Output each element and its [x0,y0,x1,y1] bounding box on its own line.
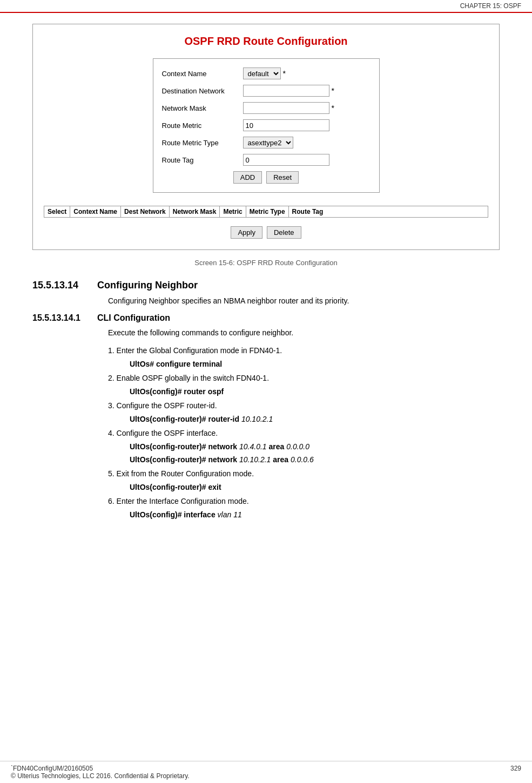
footer-left: `FDN40ConfigUM/20160505 © Ulterius Techn… [11,765,190,780]
col-metric: Metric [220,206,246,217]
col-context-name: Context Name [70,206,121,217]
label-route-tag: Route Tag [162,156,243,164]
col-dest-network: Dest Network [121,206,170,217]
label-context-name: Context Name [162,70,243,78]
chapter-title: CHAPTER 15: OSPF [460,2,521,10]
form-action-buttons: ADD Reset [162,171,371,184]
section-number: 15.5.13.14 [32,280,97,291]
step-4-text: 4. Configure the OSPF interface. [108,428,500,439]
subsection-title: CLI Configuration [97,313,170,323]
footer-doc-id: `FDN40ConfigUM/20160505 [11,765,190,772]
add-button[interactable]: ADD [233,171,262,184]
col-network-mask: Network Mask [170,206,220,217]
context-name-select[interactable]: default [243,68,281,79]
section-title: Configuring Neighbor [97,280,198,291]
delete-button[interactable]: Delete [267,226,301,239]
step-4-command-a: UltOs(config-router)# network 10.4.0.1 a… [130,442,500,451]
subsection-number: 15.5.13.14.1 [32,313,97,323]
step-1-text: 1. Enter the Global Configuration mode i… [108,345,500,356]
required-dest: * [332,86,334,95]
step-1-command: UltOs# configure terminal [130,360,500,368]
label-network-mask: Network Mask [162,104,243,112]
form-row-route-metric: Route Metric [162,119,371,131]
step-2-command: UltOs(config)# router ospf [130,387,500,396]
screenshot-title: OSPF RRD Route Configuration [44,35,488,48]
form-row-context: Context Name default * [162,68,371,79]
step-3-text: 3. Configure the OSPF router-id. [108,400,500,411]
step-5-text: 5. Exit from the Router Configuration mo… [108,468,500,480]
route-metric-input[interactable] [243,119,329,131]
section-description: Configuring Neighbor specifies an NBMA n… [108,295,500,307]
footer-copyright: © Ulterius Technologies, LLC 2016. Confi… [11,772,190,780]
page-header: CHAPTER 15: OSPF [0,0,532,13]
step-4-command-b: UltOs(config-router)# network 10.10.2.1 … [130,455,500,464]
form-row-network-mask: Network Mask * [162,102,371,114]
label-route-metric: Route Metric [162,122,243,130]
col-route-tag: Route Tag [289,206,327,217]
required-mask: * [332,104,334,112]
form-row-route-tag: Route Tag [162,154,371,166]
route-tag-input[interactable] [243,154,329,166]
step-6-command: UltOs(config)# interface vlan 11 [130,510,500,519]
step-5-command: UltOs(config-router)# exit [130,483,500,491]
network-mask-input[interactable] [243,102,329,114]
subsection-intro: Execute the following commands to config… [108,327,500,339]
label-dest-network: Destination Network [162,87,243,95]
main-content: OSPF RRD Route Configuration Context Nam… [0,13,532,545]
form-row-metric-type: Route Metric Type asexttype2 asexttype1 [162,137,371,148]
step-3-command: UltOs(config-router)# router-id 10.10.2.… [130,415,500,423]
apply-button[interactable]: Apply [231,226,262,239]
label-route-metric-type: Route Metric Type [162,139,243,147]
dest-network-input[interactable] [243,85,329,97]
required-context: * [283,69,286,78]
bottom-action-buttons: Apply Delete [44,226,488,239]
step-6-text: 6. Enter the Interface Configuration mod… [108,496,500,507]
ospf-form: Context Name default * Destination Netwo… [153,58,380,193]
section-heading: 15.5.13.14 Configuring Neighbor [32,280,500,291]
table-header: Select Context Name Dest Network Network… [44,206,488,218]
screenshot-box: OSPF RRD Route Configuration Context Nam… [32,24,500,250]
screenshot-caption: Screen 15-6: OSPF RRD Route Configuratio… [32,259,500,267]
step-2-text: 2. Enable OSPF globally in the switch FD… [108,373,500,384]
form-row-dest-network: Destination Network * [162,85,371,97]
route-metric-type-select[interactable]: asexttype2 asexttype1 [243,137,293,148]
footer-page-number: 329 [510,765,521,780]
col-select: Select [44,206,70,217]
subsection-heading: 15.5.13.14.1 CLI Configuration [32,313,500,323]
page-footer: `FDN40ConfigUM/20160505 © Ulterius Techn… [0,761,532,783]
reset-button[interactable]: Reset [266,171,299,184]
col-metric-type: Metric Type [246,206,289,217]
